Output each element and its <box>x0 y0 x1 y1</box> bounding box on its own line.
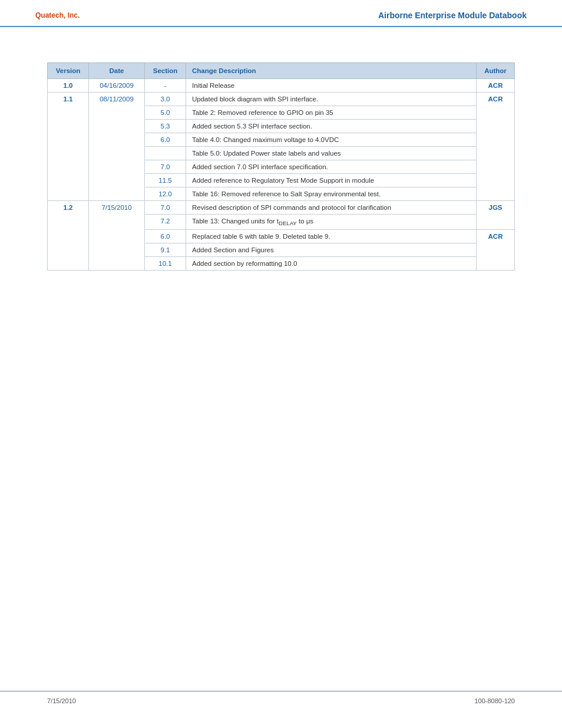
cell-change: Table 4.0: Changed maximum voltage to 4.… <box>186 133 477 147</box>
cell-change: Table 16: Removed reference to Salt Spra… <box>186 187 477 201</box>
cell-author: ACR <box>477 230 515 271</box>
page-header: Quatech, Inc. Airborne Enterprise Module… <box>0 0 562 27</box>
cell-section: 9.1 <box>145 243 186 257</box>
cell-section: 5.0 <box>145 106 186 120</box>
main-content: Version Date Section Change Description … <box>0 27 562 318</box>
cell-change: Initial Release <box>186 79 477 93</box>
cell-section: 10.1 <box>145 257 186 271</box>
cell-section: 6.0 <box>145 230 186 243</box>
cell-author: ACR <box>477 93 515 201</box>
cell-section: 7.0 <box>145 201 186 215</box>
col-header-section: Section <box>145 63 186 79</box>
footer-date: 7/15/2010 <box>47 697 76 704</box>
cell-date: 7/15/2010 <box>89 201 145 271</box>
col-header-change: Change Description <box>186 63 477 79</box>
col-header-version: Version <box>48 63 89 79</box>
cell-version: 1.2 <box>48 201 89 271</box>
cell-change: Table 5.0: Updated Power state labels an… <box>186 147 477 160</box>
cell-section: 7.0 <box>145 160 186 174</box>
cell-section: 5.3 <box>145 120 186 133</box>
cell-date: 08/11/2009 <box>89 93 145 201</box>
cell-change: Table 13: Changed units for tDELAY to μs <box>186 215 477 230</box>
company-name: Quatech, Inc. <box>35 11 80 19</box>
cell-change: Added section 7.0 SPI interface specific… <box>186 160 477 174</box>
col-header-date: Date <box>89 63 145 79</box>
cell-section <box>145 147 186 160</box>
footer-doc-number: 100-8080-120 <box>474 697 515 704</box>
cell-change: Added section 5.3 SPI interface section. <box>186 120 477 133</box>
cell-change: Revised description of SPI commands and … <box>186 201 477 215</box>
table-row: 1.1 08/11/2009 3.0 Updated block diagram… <box>48 93 515 106</box>
cell-change: Added reference to Regulatory Test Mode … <box>186 174 477 187</box>
cell-version: 1.0 <box>48 79 89 93</box>
cell-date: 04/16/2009 <box>89 79 145 93</box>
page-footer: 7/15/2010 100-8080-120 <box>0 691 562 710</box>
col-header-author: Author <box>477 63 515 79</box>
cell-change: Added Section and Figures <box>186 243 477 257</box>
cell-version: 1.1 <box>48 93 89 201</box>
cell-section: 11.5 <box>145 174 186 187</box>
cell-section: 12.0 <box>145 187 186 201</box>
cell-section: 6.0 <box>145 133 186 147</box>
table-header-row: Version Date Section Change Description … <box>48 63 515 79</box>
table-row: 1.2 7/15/2010 7.0 Revised description of… <box>48 201 515 215</box>
cell-author: ACR <box>477 79 515 93</box>
cell-change: Replaced table 6 with table 9. Deleted t… <box>186 230 477 243</box>
cell-change: Updated block diagram with SPI interface… <box>186 93 477 106</box>
document-title: Airborne Enterprise Module Databook <box>378 11 527 20</box>
cell-section: 3.0 <box>145 93 186 106</box>
cell-change: Table 2: Removed reference to GPIO on pi… <box>186 106 477 120</box>
cell-section: - <box>145 79 186 93</box>
cell-change: Added section by reformatting 10.0 <box>186 257 477 271</box>
cell-section: 7.2 <box>145 215 186 230</box>
cell-author: JGS <box>477 201 515 230</box>
table-row: 1.0 04/16/2009 - Initial Release ACR <box>48 79 515 93</box>
changelog-table: Version Date Section Change Description … <box>47 62 515 271</box>
